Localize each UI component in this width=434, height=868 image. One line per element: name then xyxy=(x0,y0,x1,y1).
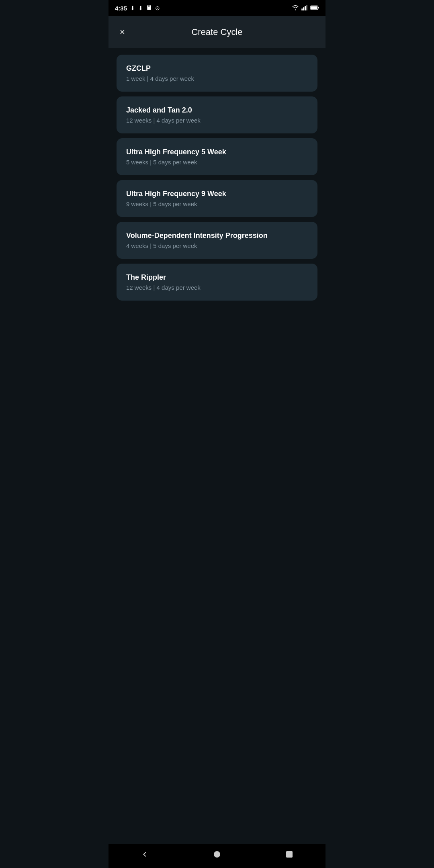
cycle-card-uhf-9[interactable]: Ultra High Frequency 9 Week9 weeks | 5 d… xyxy=(117,180,317,217)
cycle-name: Ultra High Frequency 5 Week xyxy=(126,148,308,156)
svg-rect-3 xyxy=(301,8,303,10)
svg-rect-6 xyxy=(306,5,307,10)
close-button[interactable]: × xyxy=(117,25,128,40)
recent-apps-button[interactable] xyxy=(275,846,304,864)
sd-card-icon xyxy=(146,5,152,12)
cycle-card-jacked-and-tan[interactable]: Jacked and Tan 2.012 weeks | 4 days per … xyxy=(117,96,317,133)
cycle-details: 5 weeks | 5 days per week xyxy=(126,159,308,166)
cycle-list: GZCLP1 week | 4 days per weekJacked and … xyxy=(108,48,326,575)
svg-rect-11 xyxy=(286,851,293,858)
cycle-name: Volume-Dependent Intensity Progression xyxy=(126,231,308,240)
download-icon-2: ⬇ xyxy=(138,5,143,11)
battery-icon xyxy=(310,5,319,11)
svg-rect-1 xyxy=(148,5,149,6)
back-button[interactable] xyxy=(130,846,159,864)
cycle-details: 12 weeks | 4 days per week xyxy=(126,284,308,291)
svg-rect-8 xyxy=(311,6,317,9)
status-bar-right xyxy=(292,5,319,12)
status-bar: 4:35 ⬇ ⬇ ⊙ xyxy=(108,0,326,16)
header: × Create Cycle xyxy=(108,16,326,48)
cycle-details: 4 weeks | 5 days per week xyxy=(126,242,308,249)
nav-bar xyxy=(108,844,326,868)
status-bar-left: 4:35 ⬇ ⬇ ⊙ xyxy=(115,5,160,12)
svg-rect-4 xyxy=(303,7,304,10)
home-button[interactable] xyxy=(203,846,231,864)
svg-point-10 xyxy=(214,851,220,858)
status-time: 4:35 xyxy=(115,5,127,12)
cycle-details: 12 weeks | 4 days per week xyxy=(126,117,308,124)
cycle-name: The Rippler xyxy=(126,273,308,282)
svg-rect-2 xyxy=(149,5,149,6)
cycle-card-vdip[interactable]: Volume-Dependent Intensity Progression4 … xyxy=(117,222,317,259)
cycle-card-rippler[interactable]: The Rippler12 weeks | 4 days per week xyxy=(117,264,317,301)
signal-icon xyxy=(301,5,308,12)
svg-rect-5 xyxy=(305,6,306,10)
wifi-icon xyxy=(292,5,299,12)
svg-rect-9 xyxy=(318,7,319,9)
cycle-details: 1 week | 4 days per week xyxy=(126,75,308,82)
cycle-name: Ultra High Frequency 9 Week xyxy=(126,190,308,198)
page-title: Create Cycle xyxy=(191,27,242,37)
cycle-details: 9 weeks | 5 days per week xyxy=(126,201,308,207)
cycle-name: GZCLP xyxy=(126,64,308,73)
at-sign-icon: ⊙ xyxy=(155,5,160,11)
cycle-card-gzclp[interactable]: GZCLP1 week | 4 days per week xyxy=(117,55,317,92)
cycle-card-uhf-5[interactable]: Ultra High Frequency 5 Week5 weeks | 5 d… xyxy=(117,138,317,175)
cycle-name: Jacked and Tan 2.0 xyxy=(126,106,308,115)
download-icon-1: ⬇ xyxy=(130,5,135,11)
